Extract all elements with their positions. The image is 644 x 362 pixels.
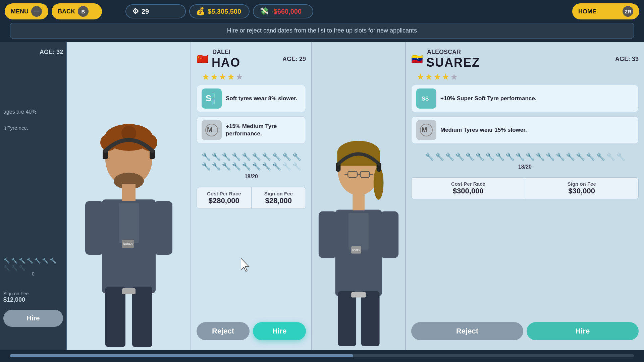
center-ability1: S ||| ||| Soft tyres wear 8% slower.: [197, 85, 306, 112]
svg-rect-13: [122, 184, 136, 201]
scrollbar-thumb[interactable]: [10, 354, 353, 357]
center-sign-on-fee-value: $28,000: [256, 196, 301, 205]
svg-text:NOREX: NOREX: [352, 249, 360, 251]
right-stars: ★★★★★: [411, 71, 639, 85]
menu-icon: ➖: [31, 6, 42, 17]
right-ability1-icon: SS: [416, 88, 436, 109]
left-cost: Sign on Fee $12,000: [3, 291, 29, 303]
right-ability2: M Medium Tyres wear 15% slower.: [411, 116, 639, 144]
agents-icon: ⚙: [132, 7, 139, 16]
center-char-svg: NOREX: [75, 99, 182, 350]
back-button[interactable]: BACK B: [52, 3, 102, 19]
notice-bar: Hire or reject candidates from the list …: [10, 23, 634, 39]
right-flag: 🇻🇪: [411, 54, 423, 65]
right-ability2-icon: M: [416, 120, 436, 140]
right-reject-button[interactable]: Reject: [411, 322, 523, 340]
svg-rect-42: [348, 213, 369, 249]
center-ability2-icon: M: [202, 120, 222, 140]
right-cost-section: Cost Per Race $300,000 Sign on Fee $30,0…: [411, 177, 639, 199]
home-button[interactable]: HOME ZR: [572, 3, 639, 19]
right-action-buttons: Reject Hire: [411, 322, 639, 344]
left-ability2: ft Tyre nce.: [3, 125, 28, 131]
left-hire-button[interactable]: Hire: [3, 310, 63, 327]
center-action-buttons: Reject Hire: [197, 322, 306, 344]
left-partial-card: AGE: 32 ages are 40% ft Tyre nce. 🔧🔧🔧🔧🔧🔧…: [0, 42, 67, 350]
svg-rect-27: [361, 291, 380, 346]
cards-area: AGE: 32 ages are 40% ft Tyre nce. 🔧🔧🔧🔧🔧🔧…: [0, 42, 644, 350]
back-badge: B: [78, 6, 89, 17]
right-char-card: NOREX: [312, 42, 406, 350]
center-cost-per-race: Cost Per Race $280,000: [197, 187, 252, 208]
svg-rect-45: [351, 292, 366, 298]
svg-rect-41: [380, 211, 399, 258]
svg-text:S: S: [206, 93, 211, 103]
menu-button[interactable]: MENU ➖: [5, 3, 48, 19]
svg-rect-15: [154, 201, 172, 255]
right-lastname: SUAREZ: [426, 56, 480, 70]
svg-rect-2: [132, 287, 152, 347]
center-flag: 🇨🇳: [197, 54, 208, 65]
money-icon: 💰: [196, 7, 205, 16]
center-reject-button[interactable]: Reject: [197, 322, 250, 340]
svg-rect-40: [319, 211, 337, 258]
right-sign-on-fee-value: $30,000: [530, 187, 634, 195]
center-sign-on-fee-label: Sign on Fee: [256, 191, 301, 196]
svg-text:M: M: [422, 126, 427, 133]
left-wrenches: 🔧🔧🔧🔧🔧🔧🔧🔧🔧🔧 0: [3, 257, 63, 277]
svg-text:|||: |||: [212, 100, 215, 104]
right-cost-per-race-label: Cost Per Race: [416, 181, 520, 187]
svg-rect-1: [105, 287, 125, 347]
center-ability1-icon: S ||| |||: [202, 88, 222, 109]
right-firstname: ALEOSCAR: [427, 49, 480, 56]
center-age: AGE: 29: [282, 56, 306, 63]
svg-rect-14: [85, 201, 104, 255]
right-cost-per-race: Cost Per Race $300,000: [412, 178, 525, 199]
right-sign-on-fee: Sign on Fee $30,000: [525, 178, 639, 199]
center-info-card: 🇨🇳 DALEI HAO AGE: 29 ★★★★★ S |||: [191, 42, 312, 350]
center-sign-on-fee: Sign on Fee $28,000: [252, 187, 306, 208]
scrollbar-track[interactable]: [10, 354, 634, 357]
center-lastname: HAO: [212, 56, 240, 70]
center-skill-count: 18/20: [197, 174, 306, 180]
center-cost-section: Cost Per Race $280,000 Sign on Fee $28,0…: [197, 187, 306, 209]
center-ability2-text: +15% Medium Tyre performance.: [226, 123, 301, 137]
money-value: $5,305,500: [208, 8, 241, 15]
center-stars: ★★★★★: [197, 71, 306, 85]
home-badge: ZR: [623, 6, 633, 17]
svg-rect-19: [122, 288, 136, 294]
right-skill-section: 🔧🔧🔧🔧🔧🔧🔧🔧🔧🔧🔧🔧🔧🔧🔧🔧🔧🔧🔧🔧 18/20: [411, 151, 639, 170]
center-wrenches: 🔧🔧🔧🔧🔧🔧🔧🔧🔧🔧🔧🔧🔧🔧🔧🔧🔧🔧🔧🔧: [197, 151, 306, 172]
svg-rect-39: [353, 193, 365, 210]
right-info-card: 🇻🇪 ALEOSCAR SUAREZ AGE: 33 ★★★★★ SS: [406, 42, 644, 350]
right-wrenches: 🔧🔧🔧🔧🔧🔧🔧🔧🔧🔧🔧🔧🔧🔧🔧🔧🔧🔧🔧🔧: [411, 151, 639, 163]
center-name-header: 🇨🇳 DALEI HAO AGE: 29: [197, 49, 306, 70]
right-name-header: 🇻🇪 ALEOSCAR SUAREZ AGE: 33: [411, 49, 639, 70]
stat-spend: 💸 -$660,000: [253, 4, 313, 18]
center-ability1-text: Soft tyres wear 8% slower.: [226, 95, 298, 102]
right-ability1: SS +10% Super Soft Tyre performance.: [411, 85, 639, 112]
cards-container: AGE: 32 ages are 40% ft Tyre nce. 🔧🔧🔧🔧🔧🔧…: [0, 42, 644, 350]
right-age: AGE: 33: [615, 56, 639, 63]
notice-text: Hire or reject candidates from the list …: [227, 27, 417, 34]
spend-icon: 💸: [260, 7, 269, 16]
svg-rect-26: [338, 291, 356, 346]
svg-text:M: M: [207, 126, 213, 133]
center-char-card: NOREX: [67, 42, 191, 350]
right-char-image: NOREX: [312, 42, 405, 350]
stat-agents: ⚙ 29: [125, 4, 186, 18]
top-bar: MENU ➖ BACK B ⚙ 29 💰 $5,305,500 💸 -$660,…: [0, 0, 644, 23]
center-cost-per-race-label: Cost Per Race: [202, 191, 247, 196]
center-hire-button[interactable]: Hire: [253, 322, 306, 340]
right-ability2-text: Medium Tyres wear 15% slower.: [440, 126, 527, 134]
stat-money: 💰 $5,305,500: [189, 4, 250, 18]
center-skill-section: 🔧🔧🔧🔧🔧🔧🔧🔧🔧🔧🔧🔧🔧🔧🔧🔧🔧🔧🔧🔧 18/20: [197, 151, 306, 180]
right-sign-on-fee-label: Sign on Fee: [530, 181, 634, 187]
spend-value: -$660,000: [271, 8, 302, 15]
center-char-image: NOREX: [67, 42, 191, 350]
right-hire-button[interactable]: Hire: [527, 322, 639, 340]
svg-text:NOREX: NOREX: [123, 242, 133, 245]
svg-text:|||: |||: [212, 93, 215, 98]
menu-label: MENU: [11, 8, 29, 15]
right-ability1-text: +10% Super Soft Tyre performance.: [440, 95, 536, 102]
home-label: HOME: [578, 8, 596, 15]
